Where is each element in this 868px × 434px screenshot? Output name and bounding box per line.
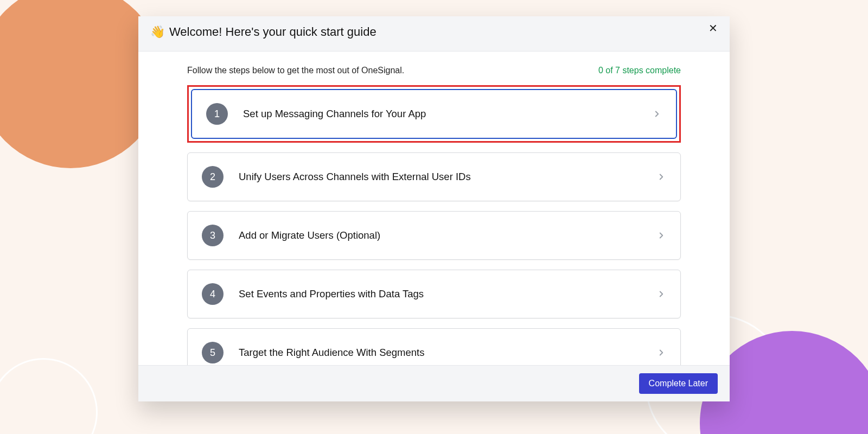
background-decor-ring-left bbox=[0, 358, 98, 434]
close-icon: ✕ bbox=[709, 22, 718, 34]
progress-text: 0 of 7 steps complete bbox=[598, 66, 681, 75]
step-card-2[interactable]: 2 Unify Users Across Channels with Exter… bbox=[187, 152, 681, 201]
modal-header: 👋 Welcome! Here's your quick start guide… bbox=[138, 16, 730, 52]
modal-footer: Complete Later bbox=[138, 365, 730, 401]
step-card-5[interactable]: 5 Target the Right Audience With Segment… bbox=[187, 328, 681, 365]
steps-list: 2 Unify Users Across Channels with Exter… bbox=[187, 152, 681, 365]
step-number-badge: 4 bbox=[202, 283, 224, 305]
intro-text: Follow the steps below to get the most o… bbox=[187, 66, 404, 75]
modal-title: 👋 Welcome! Here's your quick start guide bbox=[150, 25, 376, 39]
intro-row: Follow the steps below to get the most o… bbox=[187, 66, 681, 75]
step-card-3[interactable]: 3 Add or Migrate Users (Optional) bbox=[187, 211, 681, 260]
step-number-badge: 2 bbox=[202, 166, 224, 188]
close-button[interactable]: ✕ bbox=[705, 22, 721, 35]
wave-emoji: 👋 bbox=[150, 25, 165, 39]
step-label: Target the Right Audience With Segments bbox=[239, 347, 641, 359]
chevron-right-icon bbox=[656, 172, 666, 182]
chevron-right-icon bbox=[656, 348, 666, 358]
complete-later-button[interactable]: Complete Later bbox=[639, 373, 718, 394]
step-card-1[interactable]: 1 Set up Messaging Channels for Your App bbox=[191, 89, 677, 139]
chevron-right-icon bbox=[652, 109, 662, 119]
chevron-right-icon bbox=[656, 231, 666, 240]
step-label: Set up Messaging Channels for Your App bbox=[243, 108, 637, 120]
step-highlight-frame: 1 Set up Messaging Channels for Your App bbox=[187, 85, 681, 143]
step-label: Unify Users Across Channels with Externa… bbox=[239, 171, 641, 183]
step-card-4[interactable]: 4 Set Events and Properties with Data Ta… bbox=[187, 270, 681, 318]
step-number-badge: 3 bbox=[202, 225, 224, 246]
step-label: Add or Migrate Users (Optional) bbox=[239, 229, 641, 241]
step-label: Set Events and Properties with Data Tags bbox=[239, 288, 641, 300]
modal-body: Follow the steps below to get the most o… bbox=[138, 52, 730, 365]
modal-title-text: Welcome! Here's your quick start guide bbox=[169, 25, 376, 39]
quick-start-modal: 👋 Welcome! Here's your quick start guide… bbox=[138, 16, 730, 401]
step-number-badge: 5 bbox=[202, 342, 224, 363]
chevron-right-icon bbox=[656, 289, 666, 299]
step-number-badge: 1 bbox=[206, 103, 228, 125]
